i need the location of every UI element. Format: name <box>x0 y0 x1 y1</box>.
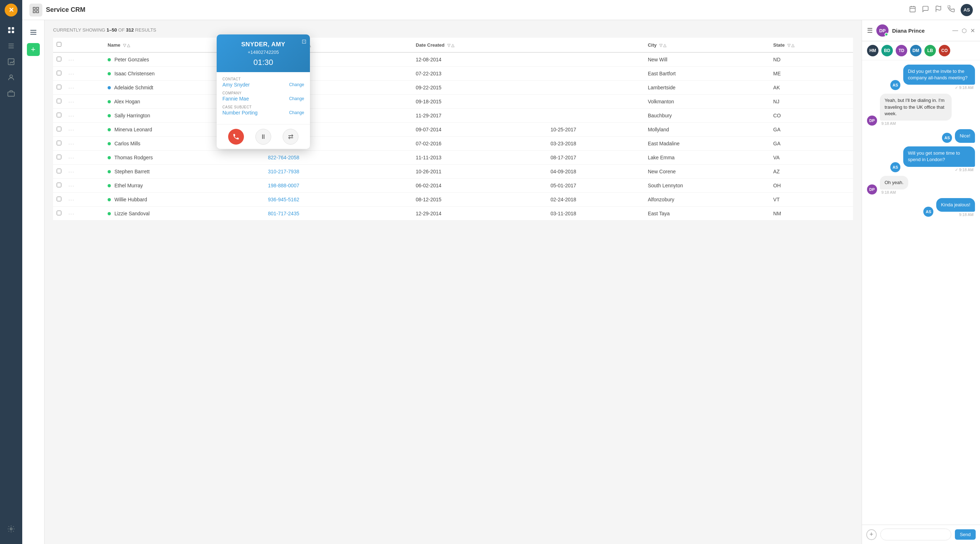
row-checkbox[interactable] <box>57 57 61 61</box>
row-state-cell: GA <box>770 123 853 137</box>
row-action-dots[interactable]: ··· <box>68 155 75 160</box>
call-pause-button[interactable]: ⏸ <box>255 129 271 145</box>
row-phone-cell: 822-764-2058 <box>264 151 412 165</box>
row-checkbox-cell <box>53 151 65 165</box>
row-action-dots[interactable]: ··· <box>68 85 75 91</box>
list-view-icon[interactable] <box>27 26 40 39</box>
row-checkbox[interactable] <box>57 85 61 89</box>
row-checkbox[interactable] <box>57 211 61 215</box>
chat-participant-avatar[interactable]: DM <box>910 45 921 56</box>
chat-minimize-icon[interactable]: — <box>952 27 958 34</box>
status-dot <box>108 72 111 75</box>
chat-participant-avatar[interactable]: LB <box>924 45 936 56</box>
phone-link[interactable]: 822-764-2058 <box>268 155 299 160</box>
phone-link[interactable]: 310-217-7938 <box>268 169 299 174</box>
call-case-change-btn[interactable]: Change <box>289 110 304 115</box>
chat-participant-avatar[interactable]: CO <box>939 45 950 56</box>
chat-message-row: Kinda jealous! 9:18 AM AS <box>867 198 975 217</box>
status-dot <box>108 128 111 131</box>
row-checkbox[interactable] <box>57 71 61 75</box>
chat-close-icon[interactable]: ✕ <box>970 27 975 34</box>
row-action-dots[interactable]: ··· <box>68 71 75 77</box>
chat-icon[interactable] <box>922 5 929 14</box>
topbar: Service CRM AS <box>22 0 980 20</box>
phone-icon[interactable] <box>948 5 955 14</box>
phone-link[interactable]: 198-888-0007 <box>268 183 299 188</box>
app-logo[interactable]: ✕ <box>5 3 18 16</box>
sidebar-icon-settings[interactable] <box>5 522 18 535</box>
call-contact-change-btn[interactable]: Change <box>289 82 304 87</box>
chat-participant-avatar[interactable]: TD <box>896 45 907 56</box>
status-dot <box>108 198 111 201</box>
msg-bubble: Will you get some time to spend in Londo… <box>903 147 975 166</box>
sidebar-icon-person[interactable] <box>5 71 18 84</box>
call-minimize-icon[interactable]: ⊡ <box>302 38 306 45</box>
chat-input[interactable] <box>880 528 951 541</box>
chat-message-row: DP Oh yeah. 9:18 AM <box>867 176 975 195</box>
sidebar-icon-grid[interactable] <box>5 24 18 37</box>
calendar-icon[interactable] <box>909 5 916 14</box>
row-action-dots[interactable]: ··· <box>68 211 75 216</box>
msg-content: Yeah, but I'll be dialing in. I'm travel… <box>880 94 952 126</box>
contact-name: Ethel Murray <box>115 183 143 188</box>
table-row: ··· Ethel Murray 198-888-0007 06-02-2014… <box>53 179 853 193</box>
row-col5-cell: 03-11-2018 <box>547 207 644 221</box>
row-date-cell: 09-22-2015 <box>412 81 547 95</box>
row-checkbox[interactable] <box>57 99 61 103</box>
col-date-created[interactable]: Date Created ▽ △ <box>412 38 547 53</box>
msg-time: ✓ 9:18 AM <box>955 85 975 90</box>
row-checkbox[interactable] <box>57 197 61 201</box>
contact-name: Thomas Rodgers <box>115 155 153 160</box>
row-action-dots[interactable]: ··· <box>68 113 75 118</box>
flag-icon[interactable] <box>935 5 942 14</box>
results-total: 312 <box>126 27 134 33</box>
phone-link[interactable]: 936-945-5162 <box>268 197 299 203</box>
chat-input-area: + Send <box>862 525 980 544</box>
chat-attach-button[interactable]: + <box>866 529 877 540</box>
row-city-cell: East Madaline <box>644 137 770 151</box>
row-action-dots[interactable]: ··· <box>68 141 75 147</box>
user-avatar[interactable]: AS <box>961 4 973 16</box>
table-row: ··· Lizzie Sandoval 801-717-2435 12-29-2… <box>53 207 853 221</box>
col-state[interactable]: State ▽ △ <box>770 38 853 53</box>
row-action-dots[interactable]: ··· <box>68 57 75 62</box>
contact-name: Isaac Christensen <box>115 71 154 77</box>
row-city-cell: New Will <box>644 53 770 67</box>
sidebar-icon-briefcase[interactable] <box>5 87 18 100</box>
row-action-dots[interactable]: ··· <box>68 127 75 132</box>
row-checkbox[interactable] <box>57 169 61 173</box>
call-transfer-button[interactable]: ⇄ <box>283 129 298 145</box>
row-action-dots[interactable]: ··· <box>68 99 75 104</box>
app-title: Service CRM <box>46 6 85 14</box>
select-all-checkbox[interactable] <box>57 42 61 47</box>
chat-expand-icon[interactable]: ⬡ <box>962 27 967 34</box>
row-checkbox[interactable] <box>57 127 61 131</box>
chat-participant-avatar[interactable]: BD <box>881 45 893 56</box>
content-area: + CURRENTLY SHOWING 1–50 OF 312 RESULTS … <box>22 20 980 544</box>
row-checkbox[interactable] <box>57 155 61 160</box>
call-hangup-button[interactable] <box>228 129 244 145</box>
col-city[interactable]: City ▽ △ <box>644 38 770 53</box>
row-action-dots[interactable]: ··· <box>68 183 75 188</box>
row-city-cell: South Lennyton <box>644 179 770 193</box>
phone-link[interactable]: 801-717-2435 <box>268 211 299 216</box>
chat-send-button[interactable]: Send <box>955 529 976 540</box>
row-checkbox-cell <box>53 207 65 221</box>
row-action-dots[interactable]: ··· <box>68 169 75 174</box>
status-dot <box>108 86 111 89</box>
call-company-change-btn[interactable]: Change <box>289 96 304 101</box>
row-checkbox[interactable] <box>57 141 61 145</box>
sidebar-icon-list[interactable] <box>5 40 18 53</box>
row-action-dots[interactable]: ··· <box>68 197 75 203</box>
row-checkbox-cell <box>53 109 65 123</box>
chat-menu-icon[interactable]: ☰ <box>867 27 873 34</box>
chat-participant-avatar[interactable]: HM <box>867 45 878 56</box>
add-button[interactable]: + <box>27 43 40 56</box>
row-checkbox[interactable] <box>57 113 61 117</box>
row-actions-cell: ··· <box>65 151 104 165</box>
col-actions <box>65 38 104 53</box>
sidebar-icon-chart[interactable] <box>5 55 18 68</box>
row-city-cell: Mollyland <box>644 123 770 137</box>
row-checkbox[interactable] <box>57 183 61 187</box>
row-city-cell: New Corene <box>644 165 770 179</box>
